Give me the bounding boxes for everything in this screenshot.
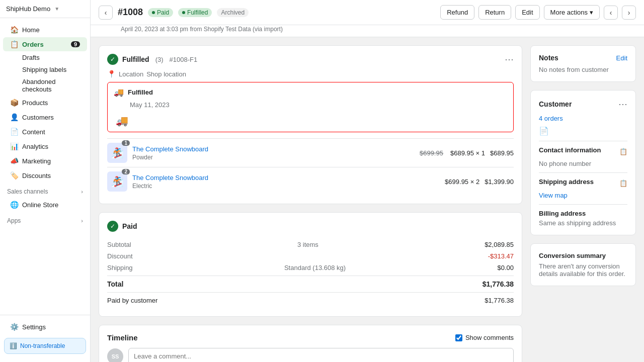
edit-button[interactable]: Edit — [515, 5, 539, 20]
info-icon: ℹ️ — [10, 342, 17, 349]
sidebar-header[interactable]: ShipHub Demo ▼ — [0, 0, 90, 18]
sidebar-item-products[interactable]: 📦 Products — [3, 96, 87, 110]
customer-title: Customer — [539, 100, 572, 108]
summary-row-subtotal: Subtotal 3 items $2,089.85 — [107, 239, 514, 250]
product-name-link-2[interactable]: The Complete Snowboard — [132, 174, 208, 182]
summary-total-row: Total $1,776.38 — [107, 276, 514, 292]
return-button[interactable]: Return — [478, 5, 511, 20]
notes-title: Notes — [539, 54, 558, 62]
fulfilled-card: ✓ Fulfilled (3) #1008-F1 ⋯ 📍 Location Sh… — [99, 45, 522, 204]
no-phone-text: No phone number — [539, 160, 591, 167]
fulfilled-title: Fulfilled — [122, 55, 149, 63]
more-actions-button[interactable]: More actions ▾ — [544, 5, 600, 20]
customer-orders-row: 4 orders — [539, 115, 627, 124]
sidebar-item-abandoned-checkouts[interactable]: Abandoned checkouts — [18, 76, 90, 95]
conversion-text: There aren't any conversion details avai… — [539, 262, 627, 278]
fulfilled-check-icon: ✓ — [107, 54, 118, 65]
orders-badge: 9 — [71, 41, 80, 47]
summary-paid-row: Paid by customer $1,776.38 — [107, 292, 514, 308]
copy-shipping-icon[interactable]: 📋 — [619, 179, 627, 187]
paid-by-label: Paid by customer — [107, 297, 157, 304]
view-map-link[interactable]: View map — [539, 192, 568, 199]
product-variant-2: Electric — [132, 183, 208, 190]
content-area: ✓ Fulfilled (3) #1008-F1 ⋯ 📍 Location Sh… — [91, 37, 644, 362]
sidebar-bottom: ⚙️ Settings ℹ️ Non-transferable — [0, 315, 90, 362]
sidebar-item-customers[interactable]: 👤 Customers — [3, 110, 87, 124]
shipping-section: Shipping address 📋 View map — [539, 178, 627, 199]
products-icon: 📦 — [10, 99, 18, 107]
customer-header: Customer ⋯ — [539, 99, 627, 110]
sidebar-item-label: Discounts — [22, 172, 51, 179]
prev-order-button[interactable]: ‹ — [604, 6, 618, 20]
show-comments-label[interactable]: Show comments — [455, 334, 514, 341]
notes-edit-button[interactable]: Edit — [616, 54, 627, 62]
sidebar-item-content[interactable]: 📄 Content — [3, 125, 87, 139]
timeline-title: Timeline — [107, 333, 138, 342]
online-store-icon: 🌐 — [10, 201, 18, 209]
shipping-label: Shipping — [107, 264, 133, 272]
main: ‹ #1008 Paid Fulfilled Archived Refund R… — [91, 0, 644, 362]
billing-section: Billing address Same as shipping address — [539, 210, 627, 227]
analytics-icon: 📊 — [10, 142, 18, 150]
orders-icon: 📋 — [10, 40, 18, 48]
topbar-actions: Refund Return Edit More actions ▾ ‹ › — [440, 5, 636, 20]
sidebar-item-settings[interactable]: ⚙️ Settings — [3, 320, 87, 334]
no-notes-text: No notes from customer — [539, 66, 609, 73]
customers-icon: 👤 — [10, 113, 18, 121]
payment-card: ✓ Paid Subtotal 3 items $2,089.85 Discou… — [99, 212, 522, 317]
settings-icon: ⚙️ — [10, 323, 18, 331]
product-info-1: The Complete Snowboard Powder — [132, 145, 208, 161]
non-transferable-banner: ℹ️ Non-transferable — [4, 338, 86, 354]
chevron-down-icon: ▾ — [590, 9, 593, 16]
divider-2 — [539, 172, 627, 173]
sidebar-item-discounts[interactable]: 🏷️ Discounts — [3, 168, 87, 183]
side-column: Notes Edit No notes from customer Custom… — [530, 45, 636, 354]
store-name: ShipHub Demo — [6, 5, 50, 13]
product-total-2: $1,399.90 — [485, 178, 514, 186]
fulfilled-more-icon[interactable]: ⋯ — [505, 54, 514, 65]
comment-input[interactable] — [128, 348, 514, 362]
customer-orders-link[interactable]: 4 orders — [539, 115, 563, 122]
sidebar-item-home[interactable]: 🏠 Home — [3, 23, 87, 37]
content-icon: 📄 — [10, 128, 18, 136]
billing-title: Billing address — [539, 210, 586, 217]
main-column: ✓ Fulfilled (3) #1008-F1 ⋯ 📍 Location Sh… — [99, 45, 522, 354]
sidebar-item-label: Home — [22, 26, 40, 34]
subtotal-label: Subtotal — [107, 241, 131, 248]
sidebar-item-shipping-labels[interactable]: Shipping labels — [18, 64, 90, 75]
next-order-button[interactable]: › — [622, 6, 636, 20]
product-pricing-2: $699.95 × 2 $1,399.90 — [445, 178, 514, 186]
product-total-1: $689.95 — [490, 149, 514, 157]
fulfilled-status-box: 🚚 Fulfilled May 11, 2023 🚚 — [107, 82, 514, 132]
non-transferable-label: Non-transferable — [20, 342, 65, 349]
archived-badge: Archived — [217, 8, 249, 17]
sidebar-item-marketing[interactable]: 📣 Marketing — [3, 154, 87, 168]
document-icon: 📄 — [539, 127, 549, 135]
product-orig-price-1: $699.95 — [420, 149, 443, 157]
product-row-2: 🏂 2 The Complete Snowboard Electric $699… — [107, 167, 514, 196]
product-qty-badge-2: 2 — [122, 169, 130, 174]
show-comments-checkbox[interactable] — [455, 334, 462, 341]
customer-card: Customer ⋯ 4 orders 📄 Contact informatio… — [530, 90, 636, 235]
divider-1 — [539, 141, 627, 141]
location-label: Location — [119, 70, 143, 78]
refund-button[interactable]: Refund — [440, 5, 474, 20]
conversion-card: Conversion summary There aren't any conv… — [530, 243, 636, 286]
order-number: #1008 — [118, 7, 143, 18]
product-cur-price-1: $689.95 × 1 — [450, 149, 485, 157]
copy-contact-icon[interactable]: 📋 — [619, 148, 627, 155]
sidebar-item-online-store[interactable]: 🌐 Online Store — [3, 198, 87, 212]
order-meta: April 20, 2023 at 3:03 pm from Shopify T… — [121, 26, 283, 33]
sidebar-item-label: Customers — [22, 114, 54, 121]
show-comments-text: Show comments — [465, 334, 514, 341]
product-name-link-1[interactable]: The Complete Snowboard — [132, 145, 208, 153]
subtotal-items: 3 items — [297, 241, 318, 248]
sidebar-item-drafts[interactable]: Drafts — [18, 52, 90, 63]
customer-more-icon[interactable]: ⋯ — [618, 99, 627, 110]
sidebar-item-orders[interactable]: 📋 Orders 9 — [3, 37, 87, 51]
sidebar-item-analytics[interactable]: 📊 Analytics — [3, 139, 87, 153]
sidebar-item-label: Settings — [22, 323, 46, 331]
notes-card: Notes Edit No notes from customer — [530, 45, 636, 82]
back-button[interactable]: ‹ — [99, 6, 113, 20]
product-image-1: 🏂 1 — [107, 143, 127, 163]
